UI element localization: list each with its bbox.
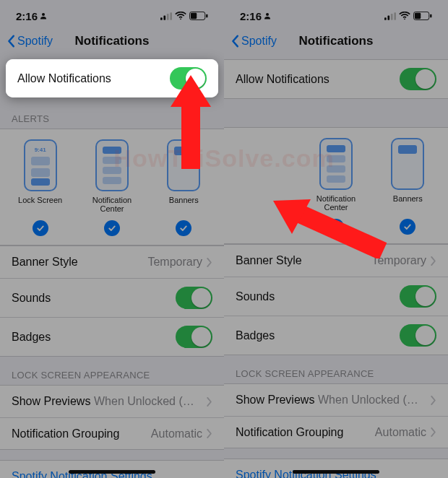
page-title: Notifications — [75, 34, 150, 48]
screenshot-left: 2:16 Spotify Notifications Allow Notific… — [0, 0, 224, 478]
grouping-value: Automatic — [151, 427, 202, 440]
svg-rect-7 — [191, 13, 197, 19]
grouping-value: Automatic — [375, 426, 426, 439]
show-previews-row[interactable]: Show Previews When Unlocked (Defau… — [0, 386, 224, 417]
allow-notifications-row: Allow Notifications — [224, 59, 448, 99]
banners-illustration-icon — [167, 139, 200, 191]
alert-option-notification-center[interactable]: Notification Center — [80, 139, 144, 213]
back-button[interactable]: Spotify — [231, 35, 277, 48]
svg-point-0 — [42, 13, 45, 16]
previews-value: When Unlocked (Defau… — [94, 395, 202, 408]
show-previews-row[interactable]: Show Previews When Unlocked (Defau… — [224, 384, 448, 416]
svg-rect-3 — [167, 13, 169, 19]
screenshot-right: 2:16 Spotify Notifications Allow Notific… — [224, 0, 448, 478]
chevron-right-icon — [431, 427, 436, 437]
badges-row: Badges — [224, 316, 448, 355]
banner-style-value: Temporary — [147, 256, 202, 269]
chevron-left-icon — [7, 35, 16, 48]
banner-style-row[interactable]: Banner Style Temporary — [224, 245, 448, 277]
chevron-right-icon — [207, 258, 212, 267]
svg-rect-17 — [430, 14, 431, 18]
alert-label: Banners — [393, 194, 423, 203]
allow-notifications-row: Allow Notifications — [6, 59, 218, 97]
battery-icon — [189, 12, 208, 20]
notification-center-illustration-icon — [319, 138, 353, 190]
alert-option-banners[interactable]: Banners — [376, 138, 439, 212]
badges-label: Badges — [236, 329, 275, 342]
badges-label: Badges — [12, 331, 51, 344]
alert-label: Banners — [169, 196, 199, 204]
badges-toggle[interactable] — [400, 324, 436, 347]
app-notification-settings-row[interactable]: Spotify Notification Settings — [224, 459, 448, 478]
wifi-icon — [175, 12, 186, 20]
alert-check-notification-center[interactable] — [104, 220, 120, 236]
svg-point-5 — [180, 19, 181, 20]
settings-group-2: Show Previews When Unlocked (Defau… Noti… — [224, 383, 448, 448]
person-icon — [263, 12, 272, 20]
alert-check-lock-screen[interactable] — [33, 220, 48, 236]
svg-point-9 — [266, 13, 269, 16]
alerts-checks-row — [224, 216, 448, 244]
previews-label: Show Previews — [236, 394, 314, 407]
nav-bar: Spotify Notifications — [224, 26, 448, 56]
allow-toggle[interactable] — [170, 67, 207, 90]
app-notification-settings-row[interactable]: Spotify Notification Settings — [0, 461, 224, 478]
alert-check-banners[interactable] — [400, 219, 415, 235]
previews-label: Show Previews — [12, 395, 90, 408]
back-button[interactable]: Spotify — [7, 35, 53, 48]
nav-bar: Spotify Notifications — [0, 26, 224, 56]
back-label: Spotify — [17, 35, 53, 48]
battery-icon — [413, 12, 432, 20]
svg-rect-8 — [206, 14, 207, 18]
banner-style-label: Banner Style — [12, 256, 78, 269]
grouping-label: Notification Grouping — [12, 427, 119, 440]
alert-option-notification-center[interactable]: Notification Center — [304, 138, 368, 212]
sounds-toggle[interactable] — [176, 287, 212, 309]
wifi-icon — [399, 12, 410, 20]
status-bar: 2:16 — [0, 0, 224, 26]
svg-rect-4 — [170, 12, 172, 20]
alert-label: Notification Center — [80, 196, 144, 213]
notification-center-illustration-icon — [95, 139, 129, 191]
svg-rect-12 — [391, 13, 393, 19]
chevron-left-icon — [231, 35, 240, 48]
alert-check-banners[interactable] — [176, 220, 191, 236]
chevron-right-icon — [207, 429, 212, 438]
settings-group-3: Spotify Notification Settings — [0, 460, 224, 478]
allow-toggle[interactable] — [400, 68, 436, 90]
grouping-label: Notification Grouping — [236, 426, 343, 439]
svg-rect-2 — [163, 15, 165, 19]
sounds-row: Sounds — [0, 278, 224, 317]
alert-option-banners[interactable]: Banners — [152, 139, 215, 213]
alert-label: Notification Center — [304, 194, 368, 212]
signal-icon — [160, 12, 172, 20]
svg-rect-11 — [387, 15, 389, 19]
sounds-row: Sounds — [224, 277, 448, 316]
notification-grouping-row[interactable]: Notification Grouping Automatic — [224, 416, 448, 448]
alert-option-lock-screen[interactable]: Lock Screen — [9, 139, 72, 213]
banner-style-value: Temporary — [371, 254, 426, 267]
status-bar: 2:16 — [224, 0, 448, 26]
appearance-header: LOCK SCREEN APPEARANCE — [0, 357, 224, 385]
badges-toggle[interactable] — [176, 326, 212, 348]
lock-screen-illustration-icon — [24, 139, 57, 191]
alerts-row: Lock Screen Notification Center Banners — [224, 127, 448, 216]
home-indicator — [293, 470, 379, 474]
home-indicator — [69, 470, 155, 474]
settings-group-3: Spotify Notification Settings — [224, 459, 448, 478]
sounds-toggle[interactable] — [400, 285, 436, 308]
sounds-label: Sounds — [236, 290, 275, 303]
alert-check-notification-center[interactable] — [328, 219, 344, 235]
sounds-label: Sounds — [12, 292, 51, 305]
chevron-right-icon — [431, 396, 436, 405]
alerts-checks-row — [0, 217, 224, 245]
allow-label: Allow Notifications — [236, 73, 329, 86]
previews-value: When Unlocked (Defau… — [318, 394, 426, 407]
status-time: 2:16 — [16, 10, 38, 22]
svg-rect-1 — [160, 17, 163, 20]
notification-grouping-row[interactable]: Notification Grouping Automatic — [0, 417, 224, 449]
settings-group-2: Show Previews When Unlocked (Defau… Noti… — [0, 385, 224, 450]
banner-style-label: Banner Style — [236, 254, 302, 267]
back-label: Spotify — [241, 35, 277, 48]
banner-style-row[interactable]: Banner Style Temporary — [0, 246, 224, 278]
